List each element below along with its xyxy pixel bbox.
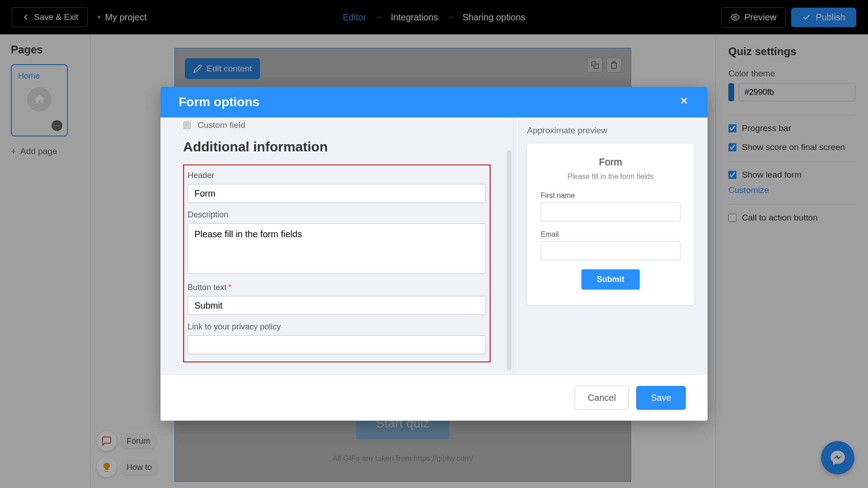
modal-body: Custom field Additional information Head… — [160, 117, 708, 375]
preview-label: Approximate preview — [527, 126, 694, 136]
preview-form-title: Form — [541, 156, 680, 168]
description-input[interactable] — [188, 223, 486, 274]
custom-field-label: Custom field — [198, 120, 245, 130]
modal-left: Custom field Additional information Head… — [160, 117, 513, 375]
preview-firstname-label: First name — [541, 192, 680, 200]
privacy-input[interactable] — [188, 335, 486, 354]
preview-email-label: Email — [541, 230, 680, 239]
preview-form-desc: Please fill in the form fields — [541, 173, 680, 181]
close-icon — [679, 95, 689, 106]
modal-header: Form options — [160, 87, 708, 117]
preview-card: Form Please fill in the form fields Firs… — [527, 144, 694, 305]
preview-firstname-input — [541, 202, 680, 221]
modal-right: Approximate preview Form Please fill in … — [513, 117, 708, 375]
form-options-modal: Form options Custom field Additional inf… — [160, 87, 708, 421]
save-button[interactable]: Save — [636, 386, 686, 410]
header-input[interactable] — [188, 184, 486, 203]
additional-info-title: Additional information — [183, 139, 491, 155]
modal-title: Form options — [179, 95, 259, 109]
preview-submit-button: Submit — [581, 269, 640, 290]
scrollbar[interactable] — [507, 150, 511, 371]
button-text-input[interactable] — [188, 296, 486, 315]
description-label: Description — [188, 210, 486, 220]
header-label: Header — [188, 171, 486, 180]
privacy-label: Link to your privacy policy — [188, 322, 486, 332]
cancel-button[interactable]: Cancel — [575, 386, 629, 410]
preview-email-input — [541, 241, 680, 260]
close-button[interactable] — [679, 95, 689, 109]
button-text-label: Button text* — [188, 283, 486, 292]
custom-field-checkbox[interactable] — [183, 121, 191, 129]
highlighted-section: Header Description Button text* Link to … — [183, 164, 491, 362]
modal-overlay[interactable]: Form options Custom field Additional inf… — [0, 0, 868, 488]
modal-footer: Cancel Save — [160, 375, 708, 421]
custom-field-row[interactable]: Custom field — [183, 117, 491, 139]
